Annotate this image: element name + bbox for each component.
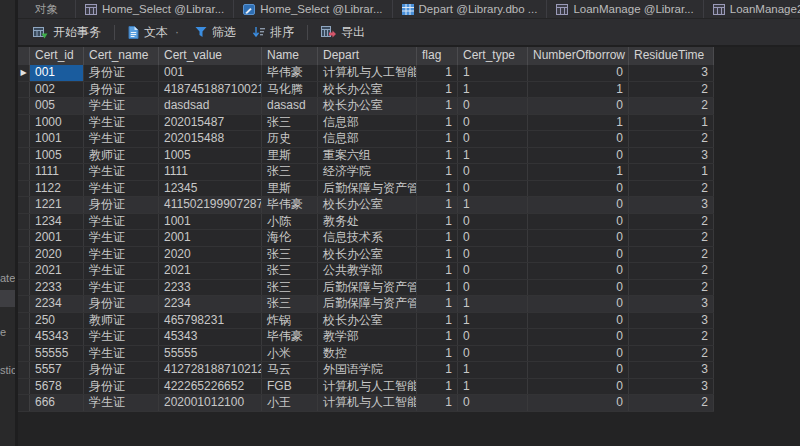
cell-cert-type[interactable]: 1: [458, 362, 528, 378]
row-selector[interactable]: [18, 280, 30, 296]
cell-cert-type[interactable]: 1: [458, 379, 528, 395]
cell-cert-type[interactable]: 0: [458, 164, 528, 180]
row-selector[interactable]: [18, 214, 30, 230]
cell-residuetime[interactable]: 2: [629, 131, 714, 147]
cell-name[interactable]: 小王: [262, 395, 318, 411]
cell-residuetime[interactable]: 2: [629, 395, 714, 411]
cell-flag[interactable]: 1: [417, 98, 458, 114]
cell-numberofborrow[interactable]: 0: [528, 197, 629, 213]
cell-numberofborrow[interactable]: 0: [528, 131, 629, 147]
cell-flag[interactable]: 1: [417, 230, 458, 246]
column-header-cert-value[interactable]: Cert_value: [159, 47, 262, 65]
row-selector[interactable]: [18, 98, 30, 114]
cell-cert-name[interactable]: 身份证: [84, 65, 159, 81]
cell-numberofborrow[interactable]: 0: [528, 214, 629, 230]
dropdown-indicator[interactable]: ·: [175, 25, 179, 39]
cell-cert-id[interactable]: 1111: [30, 164, 84, 180]
cell-cert-value[interactable]: 202015488: [159, 131, 262, 147]
row-selector[interactable]: [18, 263, 30, 279]
cell-cert-id[interactable]: 1000: [30, 115, 84, 131]
cell-cert-name[interactable]: 身份证: [84, 296, 159, 312]
cell-name[interactable]: 张三: [262, 263, 318, 279]
cell-flag[interactable]: 1: [417, 329, 458, 345]
cell-depart[interactable]: 重案六组: [318, 148, 417, 164]
cell-depart[interactable]: 后勤保障与资产管理处: [318, 181, 417, 197]
cell-residuetime[interactable]: 3: [629, 362, 714, 378]
table-row[interactable]: 1001 学生证 202015488 历史 信息部 1 0 0 2: [18, 131, 714, 148]
cell-cert-name[interactable]: 学生证: [84, 131, 159, 147]
cell-cert-id[interactable]: 2001: [30, 230, 84, 246]
cell-cert-id[interactable]: 2020: [30, 247, 84, 263]
cell-cert-type[interactable]: 0: [458, 131, 528, 147]
sort-button[interactable]: 排序: [244, 21, 302, 44]
cell-cert-value[interactable]: 2001: [159, 230, 262, 246]
cell-cert-type[interactable]: 0: [458, 247, 528, 263]
cell-cert-type[interactable]: 1: [458, 296, 528, 312]
tab-loanmanage2-view[interactable]: LoanManage2 @Libra...: [704, 0, 800, 18]
cell-cert-value[interactable]: 45343: [159, 329, 262, 345]
header-gutter[interactable]: [18, 47, 30, 65]
cell-flag[interactable]: 1: [417, 313, 458, 329]
cell-flag[interactable]: 1: [417, 148, 458, 164]
cell-depart[interactable]: 数控: [318, 346, 417, 362]
cell-cert-value[interactable]: 202001012100: [159, 395, 262, 411]
cell-cert-name[interactable]: 学生证: [84, 280, 159, 296]
cell-numberofborrow[interactable]: 0: [528, 181, 629, 197]
row-selector[interactable]: ▶: [18, 65, 30, 81]
tab-home-select-design[interactable]: Home_Select @Librar...: [234, 0, 392, 18]
table-row[interactable]: 250 教师证 465798231 炸锅 校长办公室 1 1 0 3: [18, 313, 714, 330]
row-selector[interactable]: [18, 329, 30, 345]
cell-flag[interactable]: 1: [417, 395, 458, 411]
column-header-cert-name[interactable]: Cert_name: [84, 47, 159, 65]
cell-depart[interactable]: 校长办公室: [318, 197, 417, 213]
row-selector[interactable]: [18, 296, 30, 312]
column-header-depart[interactable]: Depart: [318, 47, 417, 65]
cell-cert-type[interactable]: 0: [458, 115, 528, 131]
cell-depart[interactable]: 信息部: [318, 115, 417, 131]
cell-name[interactable]: 毕伟豪: [262, 197, 318, 213]
cell-cert-type[interactable]: 0: [458, 329, 528, 345]
cell-residuetime[interactable]: 3: [629, 197, 714, 213]
cell-flag[interactable]: 1: [417, 197, 458, 213]
cell-numberofborrow[interactable]: 0: [528, 98, 629, 114]
cell-cert-value[interactable]: 2020: [159, 247, 262, 263]
cell-cert-value[interactable]: 55555: [159, 346, 262, 362]
row-selector[interactable]: [18, 346, 30, 362]
table-row[interactable]: 45343 学生证 45343 毕伟豪 教学部 1 0 0 2: [18, 329, 714, 346]
row-selector[interactable]: [18, 395, 30, 411]
cell-cert-id[interactable]: 45343: [30, 329, 84, 345]
cell-residuetime[interactable]: 3: [629, 296, 714, 312]
cell-cert-id[interactable]: 666: [30, 395, 84, 411]
table-row[interactable]: 1005 教师证 1005 里斯 重案六组 1 1 0 3: [18, 148, 714, 165]
cell-depart[interactable]: 校长办公室: [318, 98, 417, 114]
cell-cert-name[interactable]: 学生证: [84, 230, 159, 246]
cell-cert-id[interactable]: 5678: [30, 379, 84, 395]
cell-cert-id[interactable]: 001: [30, 65, 84, 81]
cell-cert-type[interactable]: 0: [458, 280, 528, 296]
filter-button[interactable]: 筛选: [187, 21, 244, 44]
cell-residuetime[interactable]: 2: [629, 82, 714, 98]
cell-residuetime[interactable]: 3: [629, 148, 714, 164]
table-row[interactable]: 2021 学生证 2021 张三 公共教学部 1 0 0 2: [18, 263, 714, 280]
cell-cert-id[interactable]: 5557: [30, 362, 84, 378]
row-selector[interactable]: [18, 230, 30, 246]
cell-residuetime[interactable]: 2: [629, 98, 714, 114]
cell-name[interactable]: 毕伟豪: [262, 329, 318, 345]
row-selector[interactable]: [18, 362, 30, 378]
cell-cert-type[interactable]: 0: [458, 181, 528, 197]
cell-residuetime[interactable]: 2: [629, 247, 714, 263]
cell-depart[interactable]: 公共教学部: [318, 263, 417, 279]
tab-objects[interactable]: 对象: [18, 0, 76, 18]
cell-cert-type[interactable]: 0: [458, 98, 528, 114]
cell-name[interactable]: 马云: [262, 362, 318, 378]
cell-residuetime[interactable]: 2: [629, 214, 714, 230]
cell-flag[interactable]: 1: [417, 131, 458, 147]
cell-name[interactable]: 张三: [262, 280, 318, 296]
cell-numberofborrow[interactable]: 0: [528, 329, 629, 345]
cell-cert-id[interactable]: 1005: [30, 148, 84, 164]
cell-residuetime[interactable]: 2: [629, 346, 714, 362]
cell-name[interactable]: 历史: [262, 131, 318, 147]
cell-numberofborrow[interactable]: 0: [528, 395, 629, 411]
cell-cert-name[interactable]: 学生证: [84, 98, 159, 114]
cell-cert-value[interactable]: dasdsad: [159, 98, 262, 114]
